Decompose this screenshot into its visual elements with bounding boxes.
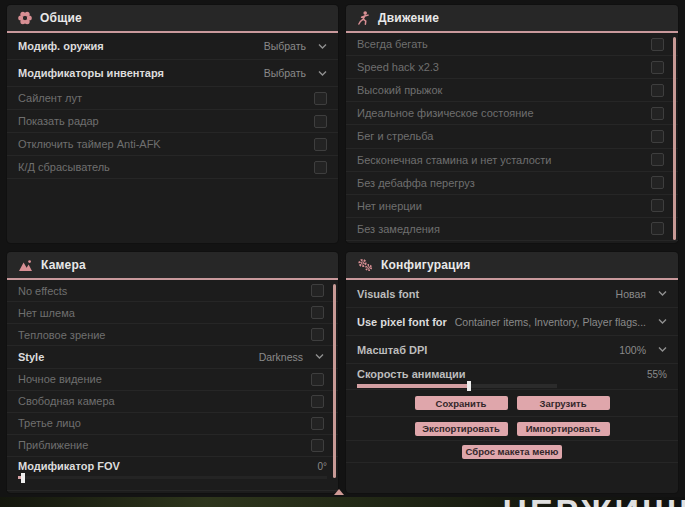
checkbox[interactable] — [651, 176, 664, 189]
checkbox[interactable] — [314, 115, 327, 128]
checkbox[interactable] — [311, 328, 324, 341]
chevron-down-icon — [658, 318, 667, 325]
panel-movement-rows: Всегда бегать Speed hack x2.3 Высокий пр… — [346, 33, 678, 241]
scrollbar[interactable] — [333, 284, 336, 478]
visuals-font-dropdown[interactable]: Новая — [616, 288, 667, 300]
slider-label: Модификатор FOV — [18, 460, 120, 472]
panel-movement-header[interactable]: Движение — [346, 5, 678, 33]
runner-icon — [357, 11, 370, 25]
checkbox[interactable] — [651, 199, 664, 212]
dropdown-value: Выбрать — [264, 67, 306, 79]
toggle-label: Тепловое зрение — [18, 329, 105, 341]
toggle-row: Бесконечная стамина и нет усталости — [346, 149, 678, 172]
dropdown-label: Модиф. оружия — [18, 40, 104, 52]
toggle-label: Бесконечная стамина и нет усталости — [357, 154, 552, 166]
checkbox[interactable] — [651, 130, 664, 143]
toggle-row: Приближение — [7, 435, 338, 457]
toggle-label: Высокий прыжок — [357, 84, 442, 96]
dropdown-label: Use pixel font for — [357, 316, 447, 328]
fov-slider-handle[interactable] — [21, 473, 25, 483]
animation-speed-slider-handle[interactable] — [467, 381, 471, 391]
toggle-row: Сайлент лут — [7, 87, 338, 110]
checkbox[interactable] — [314, 92, 327, 105]
animation-speed-row: Скорость анимации 55% — [346, 364, 678, 390]
toggle-row: Speed hack x2.3 — [346, 56, 678, 79]
toggle-label: К/Д сбрасыватель — [18, 161, 110, 173]
toggle-label: Без замедления — [357, 223, 440, 235]
toggle-label: Нет шлема — [18, 307, 75, 319]
animation-speed-slider-track[interactable] — [357, 384, 557, 388]
pixel-font-dropdown[interactable]: Container items, Inventory, Player flags… — [455, 316, 667, 328]
toggle-label: No effects — [18, 285, 67, 297]
dpi-scale-dropdown[interactable]: 100% — [619, 344, 667, 356]
toggle-label: Свободная камера — [18, 395, 115, 407]
export-button[interactable]: Экспортировать — [415, 422, 508, 436]
animation-speed-slider-fill — [357, 384, 467, 388]
checkbox[interactable] — [651, 107, 664, 120]
save-button[interactable]: Сохранить — [415, 396, 508, 410]
chevron-down-icon — [318, 43, 327, 50]
reset-layout-button[interactable]: Сброс макета меню — [462, 445, 562, 459]
dropdown-value: Выбрать — [264, 40, 306, 52]
dropdown-row: Style Darkness — [7, 346, 338, 368]
toggle-label: Нет инерции — [357, 200, 422, 212]
panel-config-header[interactable]: Конфигурация — [346, 252, 678, 280]
checkbox[interactable] — [311, 417, 324, 430]
checkbox[interactable] — [311, 395, 324, 408]
dropdown-row: Use pixel font for Container items, Inve… — [346, 308, 678, 336]
toggle-row: Тепловое зрение — [7, 324, 338, 346]
panel-camera-header[interactable]: Камера — [7, 252, 338, 280]
toggle-row: Без замедления — [346, 218, 678, 241]
inventory-mods-dropdown[interactable]: Выбрать — [264, 67, 327, 79]
dropdown-value: 100% — [619, 344, 646, 356]
dropdown-row: Масштаб DPI 100% — [346, 336, 678, 364]
toggle-row: Свободная камера — [7, 391, 338, 413]
toggle-label: Бег и стрельба — [357, 130, 433, 142]
panel-movement: Движение Всегда бегать Speed hack x2.3 В… — [346, 5, 678, 243]
toggle-label: Идеальное физическое состояние — [357, 107, 534, 119]
toggle-row: Бег и стрельба — [346, 125, 678, 148]
weapon-mod-dropdown[interactable]: Выбрать — [264, 40, 327, 52]
scrollbar[interactable] — [673, 37, 676, 240]
slider-value: 0° — [317, 461, 327, 472]
checkbox[interactable] — [651, 61, 664, 74]
checkbox[interactable] — [651, 222, 664, 235]
checkbox[interactable] — [651, 38, 664, 51]
checkbox[interactable] — [314, 138, 327, 151]
resize-handle[interactable] — [334, 489, 344, 495]
slider-value: 55% — [647, 369, 667, 380]
image-icon — [18, 259, 33, 272]
toggle-row: Нет шлема — [7, 302, 338, 324]
checkbox[interactable] — [651, 153, 664, 166]
dropdown-value: Container items, Inventory, Player flags… — [455, 316, 646, 328]
toggle-row: Третье лицо — [7, 413, 338, 435]
toggle-label: Сайлент лут — [18, 92, 82, 104]
panel-general-rows: Модиф. оружия Выбрать Модификаторы инвен… — [7, 33, 338, 179]
toggle-row: К/Д сбрасыватель — [7, 156, 338, 179]
dropdown-label: Visuals font — [357, 288, 419, 300]
dropdown-label: Масштаб DPI — [357, 344, 427, 356]
panel-general-header[interactable]: Общие — [7, 5, 338, 33]
toggle-label: Speed hack x2.3 — [357, 61, 439, 73]
gears-icon — [357, 258, 373, 272]
fov-slider-track[interactable] — [18, 476, 327, 479]
checkbox[interactable] — [314, 161, 327, 174]
checkbox[interactable] — [311, 373, 324, 386]
checkbox[interactable] — [311, 284, 324, 297]
toggle-label: Приближение — [18, 439, 88, 451]
toggle-row: Показать радар — [7, 110, 338, 133]
config-buttons-row-2: Экспортировать Импортировать — [346, 417, 678, 441]
toggle-label: Третье лицо — [18, 417, 81, 429]
toggle-row: No effects — [7, 280, 338, 302]
panel-title: Движение — [378, 11, 439, 25]
chevron-down-icon — [658, 290, 667, 297]
checkbox[interactable] — [311, 439, 324, 452]
dropdown-row: Visuals font Новая — [346, 280, 678, 308]
style-dropdown[interactable]: Darkness — [259, 351, 324, 363]
checkbox[interactable] — [311, 306, 324, 319]
toggle-label: Ночное видение — [18, 373, 102, 385]
fov-modifier-row: Модификатор FOV 0° — [7, 457, 338, 491]
load-button[interactable]: Загрузить — [517, 396, 610, 410]
import-button[interactable]: Импортировать — [517, 422, 610, 436]
checkbox[interactable] — [651, 84, 664, 97]
